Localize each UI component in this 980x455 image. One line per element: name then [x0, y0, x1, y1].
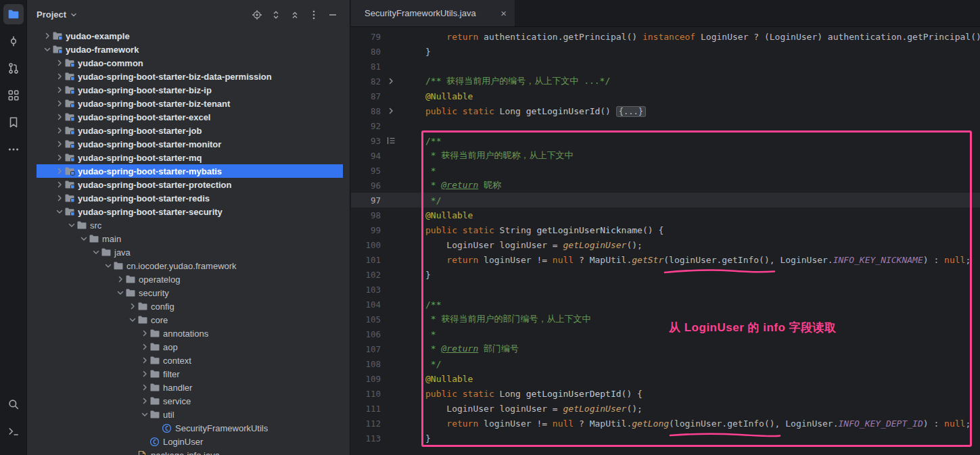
tree-item-yudao-spring-boot-starter-security[interactable]: yudao-spring-boot-starter-security: [27, 205, 350, 218]
tree-item-security[interactable]: security: [27, 286, 350, 300]
chevron-collapsed-icon[interactable]: [55, 126, 64, 135]
code-line-111[interactable]: 111 LoginUser loginUser = getLoginUser()…: [351, 401, 980, 416]
tree-item-yudao-common[interactable]: yudao-common: [27, 56, 350, 70]
more-tools-icon[interactable]: [3, 139, 24, 160]
chevron-collapsed-icon[interactable]: [55, 153, 64, 162]
chevron-expanded-icon[interactable]: [79, 234, 89, 243]
code-line-112[interactable]: 112 return loginUser != null ? MapUtil.g…: [351, 416, 980, 431]
tree-item-cn-iocoder-yudao-framework[interactable]: cn.iocoder.yudao.framework: [27, 259, 350, 272]
tree-item-java[interactable]: java: [27, 245, 350, 259]
code-line-104[interactable]: 104/**: [351, 297, 980, 312]
chevron-collapsed-icon[interactable]: [140, 356, 149, 365]
tree-item-yudao-spring-boot-starter-redis[interactable]: yudao-spring-boot-starter-redis: [27, 191, 350, 205]
code-line-103[interactable]: 103: [351, 282, 980, 297]
tree-item-yudao-spring-boot-starter-biz-tenant[interactable]: yudao-spring-boot-starter-biz-tenant: [27, 97, 350, 110]
code-line-108[interactable]: 108 */: [351, 356, 980, 371]
tree-item-yudao-framework[interactable]: yudao-framework: [27, 43, 350, 56]
code-line-97[interactable]: 97 */: [351, 193, 980, 208]
chevron-collapsed-icon[interactable]: [55, 193, 64, 203]
code-line-101[interactable]: 101 return loginUser != null ? MapUtil.g…: [351, 252, 980, 267]
fold-arrow-icon[interactable]: [381, 107, 401, 115]
chevron-expanded-icon[interactable]: [43, 45, 52, 54]
gutter-annotation-icon[interactable]: [381, 137, 401, 145]
chevron-expanded-icon[interactable]: [67, 220, 76, 230]
tree-item-core[interactable]: core: [27, 313, 350, 327]
tree-item-securityframeworkutils[interactable]: CSecurityFrameworkUtils: [27, 421, 350, 435]
code-line-94[interactable]: 94 * 获得当前用户的昵称，从上下文中: [351, 148, 980, 163]
chevron-collapsed-icon[interactable]: [55, 166, 64, 176]
chevron-collapsed-icon[interactable]: [43, 31, 52, 41]
structure-icon[interactable]: [3, 85, 24, 105]
code-line-95[interactable]: 95 *: [351, 163, 980, 178]
code-line-96[interactable]: 96 * @return 昵称: [351, 178, 980, 193]
code-line-88[interactable]: 88public static Long getLoginUserId() {.…: [351, 103, 980, 118]
tree-item-yudao-spring-boot-starter-biz-ip[interactable]: yudao-spring-boot-starter-biz-ip: [27, 83, 350, 97]
more-vertical-icon[interactable]: [308, 9, 320, 21]
code-line-109[interactable]: 109@Nullable: [351, 371, 980, 386]
tree-item-operatelog[interactable]: operatelog: [27, 272, 350, 286]
tree-item-context[interactable]: context: [27, 354, 350, 367]
tree-item-package-info-java[interactable]: package-info.java: [27, 448, 350, 455]
tree-item-yudao-spring-boot-starter-job[interactable]: yudao-spring-boot-starter-job: [27, 124, 350, 137]
code-line-81[interactable]: 81: [351, 59, 980, 74]
code-line-82[interactable]: 82/** 获得当前用户的编号，从上下文中 ...*/: [351, 74, 980, 89]
tree-item-yudao-spring-boot-starter-excel[interactable]: yudao-spring-boot-starter-excel: [27, 110, 350, 124]
tree-item-main[interactable]: main: [27, 232, 350, 245]
project-panel-title[interactable]: Project: [37, 9, 66, 20]
expand-all-icon[interactable]: [270, 9, 282, 21]
chevron-collapsed-icon[interactable]: [140, 342, 149, 352]
tree-item-annotations[interactable]: annotations: [27, 327, 350, 340]
code-line-105[interactable]: 105 * 获得当前用户的部门编号，从上下文中: [351, 312, 980, 327]
tree-item-yudao-spring-boot-starter-mq[interactable]: yudao-spring-boot-starter-mq: [27, 151, 350, 164]
chevron-collapsed-icon[interactable]: [55, 58, 64, 68]
project-icon[interactable]: [3, 4, 24, 24]
chevron-collapsed-icon[interactable]: [55, 112, 64, 122]
chevron-collapsed-icon[interactable]: [140, 329, 149, 338]
code-line-79[interactable]: 79 return authentication.getPrincipal() …: [351, 29, 980, 44]
tree-item-loginuser[interactable]: CLoginUser: [27, 435, 350, 448]
terminal-icon[interactable]: [3, 421, 24, 441]
tree-item-src[interactable]: src: [27, 218, 350, 232]
code-line-99[interactable]: 99public static String getLoginUserNickn…: [351, 222, 980, 237]
chevron-collapsed-icon[interactable]: [55, 85, 64, 95]
code-line-113[interactable]: 113}: [351, 431, 980, 446]
chevron-expanded-icon[interactable]: [91, 247, 101, 257]
fold-arrow-icon[interactable]: [381, 77, 401, 85]
code-line-110[interactable]: 110public static Long getLoginUserDeptId…: [351, 386, 980, 401]
bookmarks-icon[interactable]: [3, 112, 24, 133]
tree-item-config[interactable]: config: [27, 300, 350, 313]
tree-item-yudao-example[interactable]: yudao-example: [27, 29, 350, 43]
chevron-down-icon[interactable]: [70, 11, 78, 19]
collapse-all-icon[interactable]: [289, 9, 301, 21]
tree-item-util[interactable]: util: [27, 408, 350, 421]
code-line-106[interactable]: 106 *: [351, 327, 980, 341]
code-line-93[interactable]: 93/**: [351, 133, 980, 148]
code-line-100[interactable]: 100 LoginUser loginUser = getLoginUser()…: [351, 237, 980, 252]
tree-item-service[interactable]: service: [27, 394, 350, 408]
tree-item-handler[interactable]: handler: [27, 381, 350, 394]
code-line-98[interactable]: 98@Nullable: [351, 208, 980, 222]
chevron-collapsed-icon[interactable]: [140, 396, 149, 406]
tree-item-filter[interactable]: filter: [27, 367, 350, 381]
chevron-expanded-icon[interactable]: [116, 288, 125, 297]
tree-item-yudao-spring-boot-starter-monitor[interactable]: yudao-spring-boot-starter-monitor: [27, 137, 350, 151]
chevron-expanded-icon[interactable]: [103, 261, 113, 270]
chevron-collapsed-icon[interactable]: [128, 302, 137, 311]
editor-tab[interactable]: SecurityFrameworkUtils.java ×: [351, 0, 515, 26]
tree-item-aop[interactable]: aop: [27, 340, 350, 354]
hide-icon[interactable]: [327, 9, 339, 21]
locate-icon[interactable]: [251, 9, 263, 21]
commit-icon[interactable]: [3, 31, 24, 51]
chevron-collapsed-icon[interactable]: [55, 180, 64, 189]
chevron-expanded-icon[interactable]: [128, 315, 137, 325]
chevron-collapsed-icon[interactable]: [140, 383, 149, 392]
chevron-collapsed-icon[interactable]: [55, 139, 64, 149]
chevron-collapsed-icon[interactable]: [55, 99, 64, 108]
code-line-92[interactable]: 92: [351, 118, 980, 133]
code-line-102[interactable]: 102}: [351, 267, 980, 282]
code-line-107[interactable]: 107 * @return 部门编号: [351, 341, 980, 356]
tree-item-yudao-spring-boot-starter-mybatis[interactable]: yudao-spring-boot-starter-mybatis: [27, 164, 350, 178]
chevron-collapsed-icon[interactable]: [140, 369, 149, 379]
pull-request-icon[interactable]: [3, 58, 24, 78]
chevron-expanded-icon[interactable]: [55, 207, 64, 216]
